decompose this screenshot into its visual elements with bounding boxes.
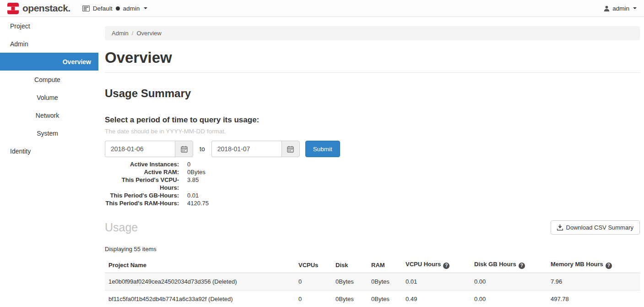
cell-disk-gb-hours: 0.00 bbox=[471, 273, 547, 291]
col-label: Memory MB Hours bbox=[551, 261, 603, 268]
stat-label: This Period's RAM-Hours: bbox=[105, 199, 179, 207]
stat-value: 3.85 bbox=[187, 176, 199, 192]
table-header-row: Project Name VCPUs Disk RAM VCPU Hours D… bbox=[105, 257, 640, 273]
usage-section-title: Usage bbox=[105, 221, 138, 234]
sidebar-item-label: Compute bbox=[34, 76, 60, 83]
page-title: Overview bbox=[105, 49, 640, 66]
project-label: admin bbox=[123, 5, 140, 12]
sidebar: Project Admin Overview Compute Volume Ne… bbox=[0, 17, 98, 307]
sidebar-item-label: Admin bbox=[10, 40, 28, 48]
stat-active-instances: Active Instances: 0 bbox=[105, 160, 640, 168]
sidebar-item-admin[interactable]: Admin bbox=[0, 35, 98, 53]
question-mark-icon[interactable] bbox=[443, 263, 449, 269]
context-switcher-menu[interactable]: Default admin bbox=[82, 5, 148, 12]
sidebar-item-volume[interactable]: Volume bbox=[0, 88, 98, 106]
cell-vcpus: 0 bbox=[295, 273, 332, 291]
end-date-group bbox=[211, 141, 300, 157]
stat-vcpu-hours: This Period's VCPU-Hours: 3.85 bbox=[105, 176, 640, 192]
stat-value: 0.01 bbox=[187, 192, 199, 199]
domain-label: Default bbox=[93, 5, 113, 12]
cell-disk: 0Bytes bbox=[332, 291, 368, 307]
sidebar-item-label: Overview bbox=[63, 58, 91, 66]
top-navbar: openstack. Default admin admin bbox=[0, 0, 644, 17]
breadcrumb-admin[interactable]: Admin bbox=[112, 30, 129, 37]
chevron-right-icon bbox=[86, 94, 91, 99]
cell-memory-mb-hours: 7.96 bbox=[547, 273, 640, 291]
col-disk-gb-hours: Disk GB Hours bbox=[471, 257, 547, 273]
sidebar-item-label: Network bbox=[36, 112, 59, 119]
cell-vcpus: 0 bbox=[295, 291, 332, 307]
user-label: admin bbox=[612, 5, 629, 12]
stat-label: This Period's GB-Hours: bbox=[105, 192, 179, 199]
end-date-calendar-addon[interactable] bbox=[281, 141, 300, 157]
caret-down-icon bbox=[144, 7, 147, 9]
col-disk: Disk bbox=[332, 257, 368, 273]
sidebar-item-label: Volume bbox=[37, 94, 58, 101]
cell-project-name: bf11c5fa0f1b452db4b7741a6c33a92f (Delete… bbox=[105, 291, 295, 307]
start-date-input[interactable] bbox=[105, 141, 175, 157]
cell-disk: 0Bytes bbox=[332, 273, 368, 291]
cell-vcpu-hours: 0.01 bbox=[402, 273, 471, 291]
submit-button[interactable]: Submit bbox=[305, 141, 340, 157]
col-vcpus: VCPUs bbox=[295, 257, 332, 273]
col-project-name: Project Name bbox=[105, 257, 295, 273]
stat-label: Active Instances: bbox=[105, 160, 179, 168]
chevron-right-icon bbox=[86, 112, 91, 117]
question-mark-icon[interactable] bbox=[519, 263, 525, 269]
start-date-calendar-addon[interactable] bbox=[175, 141, 193, 157]
cell-memory-mb-hours: 497.78 bbox=[547, 291, 640, 307]
col-label: VCPU Hours bbox=[406, 261, 441, 268]
stat-value: 0 bbox=[187, 160, 190, 168]
caret-down-icon bbox=[633, 7, 637, 9]
table-row: bf11c5fa0f1b452db4b7741a6c33a92f (Delete… bbox=[105, 291, 640, 307]
usage-stats: Active Instances: 0 Active RAM: 0Bytes T… bbox=[105, 160, 640, 207]
breadcrumb-current: Overview bbox=[136, 30, 161, 37]
cell-disk-gb-hours: 0.00 bbox=[471, 291, 547, 307]
user-icon bbox=[604, 5, 610, 11]
cell-vcpu-hours: 0.49 bbox=[402, 291, 471, 307]
sidebar-item-compute[interactable]: Compute bbox=[0, 71, 98, 88]
list-icon bbox=[82, 5, 90, 11]
sidebar-item-network[interactable]: Network bbox=[0, 106, 98, 124]
user-menu[interactable]: admin bbox=[604, 5, 637, 12]
sidebar-item-label: Identity bbox=[10, 148, 31, 155]
col-label: Disk GB Hours bbox=[474, 261, 516, 268]
usage-period-form: to bbox=[105, 141, 640, 157]
chevron-right-icon bbox=[86, 77, 91, 82]
chevron-right-icon bbox=[86, 130, 91, 135]
end-date-input[interactable] bbox=[211, 141, 281, 157]
dot-icon bbox=[116, 6, 120, 11]
stat-label: Active RAM: bbox=[105, 168, 179, 176]
sidebar-item-overview[interactable]: Overview bbox=[0, 53, 98, 71]
breadcrumb-separator: / bbox=[132, 30, 134, 37]
chevron-down-icon bbox=[86, 40, 91, 45]
stat-active-ram: Active RAM: 0Bytes bbox=[105, 168, 640, 176]
chevron-right-icon bbox=[86, 148, 91, 153]
stat-gb-hours: This Period's GB-Hours: 0.01 bbox=[105, 192, 640, 199]
question-mark-icon[interactable] bbox=[606, 263, 612, 269]
col-ram: RAM bbox=[368, 257, 402, 273]
period-prompt: Select a period of time to query its usa… bbox=[105, 115, 640, 125]
openstack-logo-icon bbox=[7, 3, 19, 14]
row-count-text: Displaying 55 items bbox=[105, 246, 640, 252]
sidebar-item-system[interactable]: System bbox=[0, 124, 98, 142]
cell-project-name: 1e0b0f99af0249cea24502034d73d356 (Delete… bbox=[105, 273, 295, 291]
download-csv-label: Download CSV Summary bbox=[566, 224, 633, 231]
chevron-right-icon bbox=[86, 23, 91, 28]
download-csv-button[interactable]: Download CSV Summary bbox=[551, 220, 640, 235]
usage-summary-heading: Usage Summary bbox=[105, 87, 640, 100]
sidebar-item-project[interactable]: Project bbox=[0, 17, 98, 35]
calendar-icon bbox=[287, 146, 294, 153]
start-date-group bbox=[105, 141, 193, 157]
date-format-hint: The date should be in YYYY-MM-DD format. bbox=[105, 128, 640, 135]
title-divider bbox=[105, 72, 640, 73]
cell-ram: 0Bytes bbox=[368, 273, 402, 291]
stat-label: This Period's VCPU-Hours: bbox=[105, 176, 179, 192]
usage-section-header: Usage Download CSV Summary bbox=[105, 220, 640, 235]
stat-value: 0Bytes bbox=[187, 168, 206, 176]
download-icon bbox=[557, 225, 563, 230]
col-memory-mb-hours: Memory MB Hours bbox=[547, 257, 640, 273]
brand[interactable]: openstack. bbox=[7, 3, 70, 14]
usage-table: Project Name VCPUs Disk RAM VCPU Hours D… bbox=[105, 257, 640, 307]
sidebar-item-identity[interactable]: Identity bbox=[0, 142, 98, 160]
